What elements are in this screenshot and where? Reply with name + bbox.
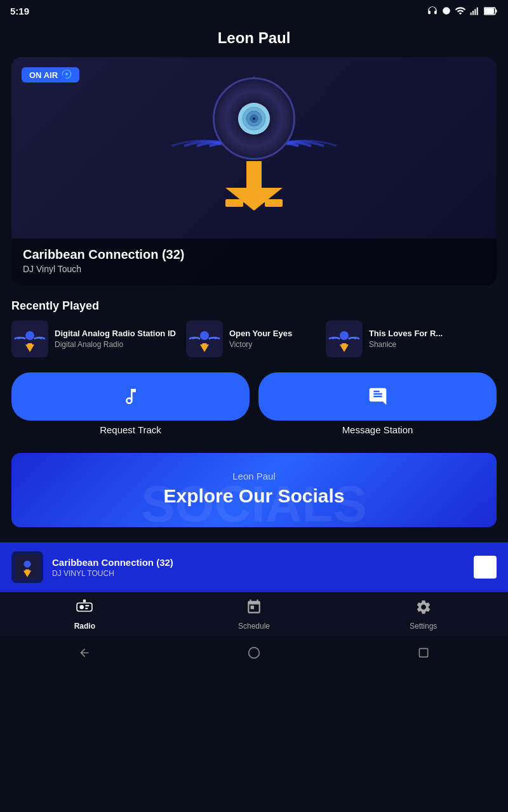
vinyl-container [213,77,295,214]
request-track-label: Request Track [11,421,250,435]
svg-rect-6 [485,8,494,14]
wifi-icon [455,5,466,16]
rp-thumb-2 [186,320,223,357]
request-track-button[interactable] [11,372,250,421]
svg-rect-7 [496,10,497,13]
status-bar: 5:19 [0,0,508,22]
svg-rect-2 [472,11,474,15]
radio-nav-icon [76,599,93,619]
rp-title-1: Digital Analog Radio Station ID [55,329,176,339]
nav-item-settings[interactable]: Settings [398,599,449,631]
svg-point-31 [23,561,30,568]
now-playing-info: Caribbean Connection (32) DJ Vinyl Touch [11,239,497,285]
nav-label-radio: Radio [74,622,95,631]
back-button[interactable] [75,643,94,662]
now-playing-card[interactable]: ON AIR [11,57,497,285]
svg-point-27 [340,331,349,340]
svg-point-0 [443,7,450,15]
now-playing-dj: DJ Vinyl Touch [23,264,485,274]
battery-icon [484,7,498,15]
svg-point-23 [200,331,209,340]
music-note-icon [121,386,141,407]
nav-label-settings: Settings [410,622,437,631]
player-stop-button[interactable] [474,556,497,579]
svg-rect-14 [246,161,262,188]
recently-played-list: Digital Analog Radio Station ID Digital … [0,320,508,357]
rp-artist-1: Digital Analog Radio [55,340,176,349]
schedule-nav-icon [246,599,262,619]
recents-button[interactable] [414,643,433,662]
headset-icon [427,5,438,16]
list-item[interactable]: Digital Analog Radio Station ID Digital … [6,320,181,357]
list-item[interactable]: Open Your Eyes Victory [181,320,321,357]
signal-icon [470,6,480,16]
recently-played-title: Recently Played [0,285,508,320]
request-track-wrap: Request Track [11,372,250,435]
page-title: Leon Paul [0,22,508,57]
rp-artist-2: Victory [229,340,316,349]
list-item[interactable]: This Loves For R... Shanice [321,320,460,357]
svg-point-13 [253,117,255,120]
on-air-label: ON AIR [29,70,58,80]
rp-title-2: Open Your Eyes [229,329,316,339]
player-thumb [11,551,43,583]
svg-point-8 [65,73,68,75]
now-playing-title: Caribbean Connection (32) [23,247,485,262]
chat-bubble-icon [368,386,388,407]
svg-rect-16 [225,199,243,207]
svg-rect-38 [83,599,86,602]
socials-banner[interactable]: Leon Paul Explore Our Socials SOCIALS [11,453,497,527]
bottom-nav: Radio Schedule Settings [0,592,508,636]
message-station-label: Message Station [258,421,497,435]
download-arrow [225,161,283,214]
svg-rect-4 [477,8,478,15]
rp-title-3: This Loves For R... [369,329,455,339]
nav-item-radio[interactable]: Radio [59,599,110,631]
nav-label-schedule: Schedule [238,622,270,631]
on-air-icon [62,70,72,80]
on-air-badge: ON AIR [22,67,79,82]
vinyl-disc [213,77,295,160]
android-nav [0,636,508,670]
rp-artist-3: Shanice [369,340,455,349]
status-icons [427,5,498,16]
battery-saver-icon [442,6,451,15]
bottom-player[interactable]: Caribbean Connection (32) DJ VINYL TOUCH [0,542,508,592]
svg-rect-40 [419,648,427,657]
svg-point-39 [249,648,260,658]
rp-info-3: This Loves For R... Shanice [369,329,455,350]
action-buttons: Request Track Message Station [0,357,508,440]
rp-thumb-1 [11,320,48,357]
nav-item-schedule[interactable]: Schedule [229,599,279,631]
socials-subtitle: Leon Paul [24,471,484,481]
player-artist: DJ VINYL TOUCH [52,569,465,578]
settings-nav-icon [415,599,432,619]
svg-rect-37 [85,608,88,609]
home-button[interactable] [244,643,264,662]
radio-visual [11,57,497,235]
message-station-wrap: Message Station [258,372,497,435]
svg-point-35 [80,605,84,610]
rp-thumb-3 [326,320,363,357]
svg-rect-1 [471,13,472,15]
svg-rect-17 [265,199,283,207]
rp-info-2: Open Your Eyes Victory [229,329,316,350]
svg-rect-3 [474,9,476,15]
status-time: 5:19 [10,6,29,16]
player-title: Caribbean Connection (32) [52,557,465,568]
svg-rect-36 [85,605,90,606]
socials-title: Explore Our Socials [24,485,484,507]
rp-info-1: Digital Analog Radio Station ID Digital … [55,329,176,350]
message-station-button[interactable] [258,372,497,421]
svg-point-19 [25,331,34,340]
player-info: Caribbean Connection (32) DJ VINYL TOUCH [52,557,465,578]
vinyl-label [238,103,270,134]
